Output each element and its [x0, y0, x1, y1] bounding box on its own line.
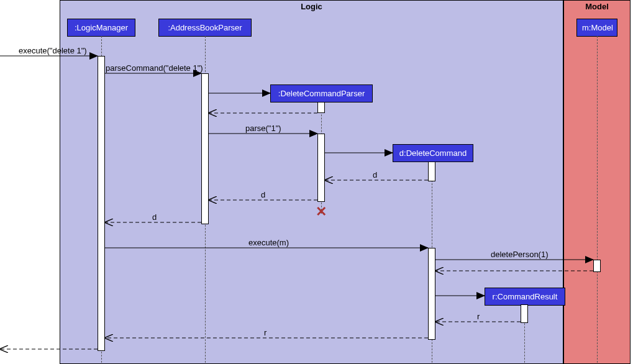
msg-r2: r	[264, 328, 266, 337]
msg-d2: d	[261, 190, 265, 199]
arrows-layer	[0, 0, 633, 364]
msg-parsecommand: parseCommand("delete 1")	[106, 63, 203, 73]
msg-d3: d	[152, 212, 157, 222]
msg-execute-m: execute(m)	[248, 238, 289, 247]
msg-r1: r	[477, 312, 480, 321]
sequence-diagram: Logic Model :LogicManager :AddressBookPa…	[0, 0, 633, 364]
msg-parse: parse("1")	[245, 124, 281, 133]
msg-d1: d	[373, 170, 377, 180]
msg-deleteperson: deletePerson(1)	[491, 250, 549, 259]
msg-execute-entry: execute("delete 1")	[19, 46, 87, 55]
